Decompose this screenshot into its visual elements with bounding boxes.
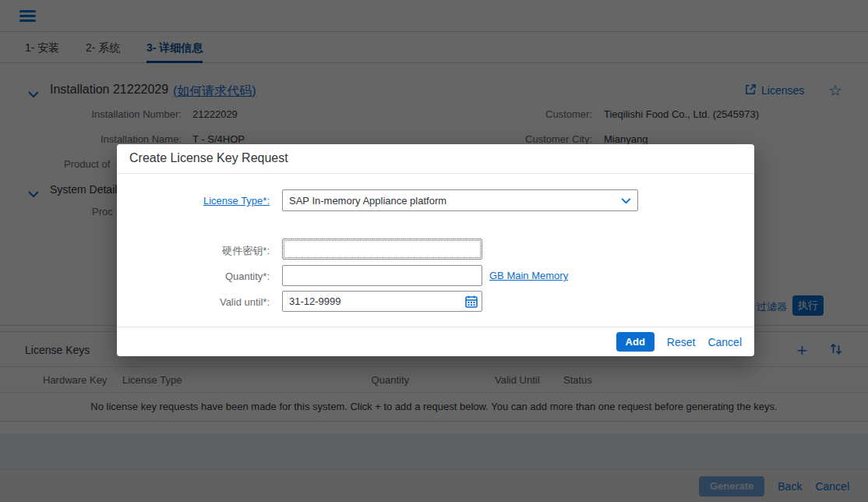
- dialog-footer: Add Reset Cancel: [117, 327, 754, 356]
- quantity-label: Quantity*:: [117, 270, 270, 282]
- reset-button[interactable]: Reset: [667, 336, 696, 348]
- chevron-down-icon: [621, 193, 631, 207]
- create-license-key-request-dialog: Create License Key Request License Type*…: [117, 144, 754, 356]
- valid-until-label: Valid until*:: [117, 296, 270, 308]
- dialog-title: Create License Key Request: [129, 151, 288, 165]
- license-type-value: SAP In-memory Appliance platform: [289, 195, 621, 207]
- valid-until-input[interactable]: [282, 291, 482, 312]
- gb-main-memory-link[interactable]: GB Main Memory: [489, 270, 568, 281]
- license-type-label: License Type*:: [117, 195, 270, 207]
- app-window: 1- 安装 2- 系统 3- 详细信息 Installation 2122202…: [0, 0, 868, 502]
- add-button[interactable]: Add: [616, 332, 655, 352]
- valid-until-field: [282, 291, 482, 312]
- license-type-link[interactable]: License Type*:: [203, 195, 270, 207]
- dialog-cancel-button[interactable]: Cancel: [707, 336, 742, 348]
- license-type-select[interactable]: SAP In-memory Appliance platform: [282, 189, 638, 211]
- hardware-key-label: 硬件密钥*:: [117, 244, 270, 258]
- dialog-header: Create License Key Request: [117, 144, 754, 174]
- calendar-icon[interactable]: [464, 295, 478, 309]
- quantity-input[interactable]: [282, 265, 482, 286]
- hardware-key-input[interactable]: [282, 239, 482, 260]
